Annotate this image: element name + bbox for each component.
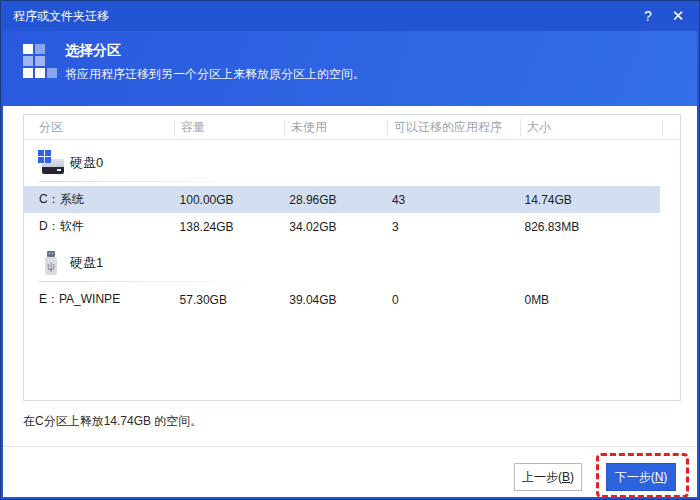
column-header-apps: 可以迁移的应用程序: [387, 119, 520, 136]
cell-capacity: 138.24GB: [174, 220, 284, 234]
header-band: 选择分区 将应用程序迁移到另一个分区上来释放原分区上的空间。: [1, 31, 699, 106]
cell-apps: 0: [386, 293, 519, 307]
partition-table: 分区 容量 未使用 可以迁移的应用程序 大小 硬盘0 C：系统 100.00GB…: [23, 114, 681, 401]
disk-label: 硬盘0: [70, 154, 103, 172]
window-title: 程序或文件夹迁移: [1, 8, 633, 25]
help-icon[interactable]: ?: [633, 1, 663, 31]
cell-apps: 43: [386, 193, 519, 207]
cell-capacity: 57.30GB: [174, 293, 284, 307]
cell-size: 14.74GB: [518, 193, 660, 207]
cell-size: 826.83MB: [518, 220, 660, 234]
column-header-partition: 分区: [24, 119, 174, 136]
grid-squares-icon: [23, 44, 57, 78]
disk-group-row[interactable]: ψ 硬盘1: [24, 240, 680, 286]
cell-partition: E：PA_WINPE: [24, 291, 174, 308]
close-icon[interactable]: ✕: [663, 1, 693, 31]
cell-size: 0MB: [518, 293, 660, 307]
cell-partition: D：软件: [24, 218, 174, 235]
table-header-row: 分区 容量 未使用 可以迁移的应用程序 大小: [24, 115, 680, 140]
back-button[interactable]: 上一步(B): [514, 463, 582, 491]
hard-disk-icon: [38, 150, 64, 176]
cell-unused: 39.04GB: [283, 293, 386, 307]
cell-partition: C：系统: [24, 191, 174, 208]
page-subtitle: 将应用程序迁移到另一个分区上来释放原分区上的空间。: [65, 66, 365, 83]
release-summary-text: 在C分区上释放14.74GB 的空间。: [23, 413, 202, 430]
table-row[interactable]: E：PA_WINPE 57.30GB 39.04GB 0 0MB: [24, 286, 660, 313]
table-row[interactable]: C：系统 100.00GB 28.96GB 43 14.74GB: [24, 186, 660, 213]
titlebar: 程序或文件夹迁移 ? ✕: [1, 1, 699, 31]
column-header-capacity: 容量: [174, 119, 284, 136]
disk-label: 硬盘1: [70, 254, 103, 272]
cell-unused: 34.02GB: [283, 220, 386, 234]
disk-group-row[interactable]: 硬盘0: [24, 140, 680, 186]
table-row[interactable]: D：软件 138.24GB 34.02GB 3 826.83MB: [24, 213, 660, 240]
column-header-unused: 未使用: [284, 119, 387, 136]
column-header-size: 大小: [520, 119, 662, 136]
column-header-spacer: [662, 119, 680, 136]
migration-dialog: 程序或文件夹迁移 ? ✕ 选择分区 将应用程序迁移到另一个分区上来释放原分区上的…: [0, 0, 700, 500]
next-button[interactable]: 下一步(N): [606, 463, 676, 491]
cell-apps: 3: [386, 220, 519, 234]
cell-unused: 28.96GB: [283, 193, 386, 207]
page-title: 选择分区: [65, 42, 365, 60]
button-bar-divider: [3, 446, 697, 447]
cell-capacity: 100.00GB: [174, 193, 284, 207]
usb-drive-icon: ψ: [38, 250, 64, 276]
